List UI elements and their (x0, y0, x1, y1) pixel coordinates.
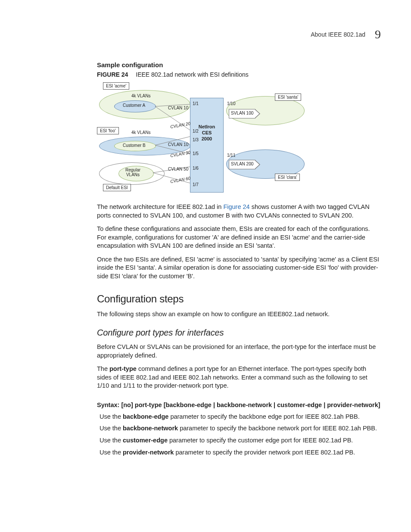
port-1-3: 1/3 (193, 137, 199, 142)
paragraph-4: The following steps show an example on h… (97, 310, 381, 319)
p6c: command defines a port type for an Ether… (97, 365, 367, 389)
port-type-keyword: port-type (109, 365, 137, 372)
figure-label: FIGURE 24 (97, 71, 128, 78)
pn-a: Use the (100, 449, 123, 456)
bn-b: backbone-network (123, 425, 178, 432)
text-cvlan10: CVLAN 10 (168, 106, 188, 110)
page: About IEEE 802.1ad 9 Sample configuratio… (0, 0, 411, 532)
paragraph-3: Once the two ESIs are defined, ESI 'acme… (97, 255, 381, 281)
be-b: backbone-edge (123, 413, 168, 420)
pn-b: provider-network (123, 449, 174, 456)
text-regular-vlans: Regular VLANs (125, 168, 140, 177)
port-1-2: 1/2 (193, 129, 199, 134)
content: Sample configuration FIGURE 24 IEEE 802.… (97, 61, 381, 457)
port-1-5: 1/5 (193, 151, 199, 156)
port-1-7: 1/7 (193, 182, 199, 187)
arrow-svlan-200: SVLAN 200 (229, 160, 255, 169)
ce-a: Use the (100, 437, 123, 444)
running-header: About IEEE 802.1ad 9 (311, 28, 381, 41)
text-cvlan10b: CVLAN 10 (168, 142, 188, 147)
paragraph-5: Before CVLAN or SVLANs can be provisione… (97, 343, 381, 360)
bn-a: Use the (100, 425, 123, 432)
paragraph-6: The port-type command defines a port typ… (97, 365, 381, 390)
sample-configuration-heading: Sample configuration (97, 61, 381, 68)
text-4k-vlans-b: 4k VLANs (131, 130, 150, 135)
be-c: parameter to specify the backbone edge p… (168, 413, 359, 420)
param-backbone-edge: Use the backbone-edge parameter to speci… (100, 413, 381, 421)
label-esi-foo: ESI 'foo' (97, 127, 119, 134)
figure-link[interactable]: Figure 24 (223, 203, 249, 210)
port-1-10: 1/10 (227, 101, 235, 106)
port-1-11: 1/11 (227, 153, 235, 158)
syntax-lead: Syntax: (97, 401, 121, 408)
syntax-line: Syntax: [no] port-type [backbone-edge | … (97, 401, 381, 408)
port-1-6: 1/6 (193, 166, 199, 171)
param-provider-network: Use the provider-network parameter to sp… (100, 448, 381, 457)
param-backbone-network: Use the backbone-network parameter to sp… (100, 424, 381, 433)
heading-configure-port-types: Configure port types for interfaces (97, 328, 381, 338)
p1a: The network architecture for IEEE 802.1a… (97, 203, 223, 210)
chapter-number: 9 (375, 28, 381, 41)
label-esi-santa: ESI 'santa' (275, 93, 301, 101)
text-customer-a: Customer A (123, 103, 145, 108)
ce-b: customer-edge (123, 437, 168, 444)
pn-c: parameter to specify the provider networ… (174, 449, 355, 456)
port-1-1: 1/1 (193, 101, 199, 106)
text-4k-vlans-a: 4k VLANs (131, 93, 150, 98)
header-title: About IEEE 802.1ad (311, 31, 365, 38)
bn-c: parameter to specify the backbone networ… (178, 425, 377, 432)
param-customer-edge: Use the customer-edge parameter to speci… (100, 436, 381, 445)
parameter-list: Use the backbone-edge parameter to speci… (97, 413, 381, 457)
heading-configuration-steps: Configuration steps (97, 293, 381, 305)
figure-caption-text: IEEE 802.1ad network with ESI definition… (136, 71, 248, 78)
ce-c: parameter to specify the customer edge p… (168, 437, 353, 444)
figure-diagram: NetIron CES 2000 ESI 'acme' ESI 'foo' (97, 81, 312, 196)
paragraph-2: To define these configurations and assoc… (97, 225, 381, 250)
text-customer-b: Customer B (123, 143, 146, 148)
syntax-body: [no] port-type [backbone-edge | backbone… (121, 401, 380, 408)
label-esi-acme: ESI 'acme' (103, 82, 129, 90)
label-default-esi: Default ESI (103, 184, 131, 191)
text-cvlan50: CVLAN 50 (168, 167, 188, 171)
label-esi-clara: ESI 'clara' (275, 174, 300, 181)
p6a: The (97, 365, 109, 372)
be-a: Use the (100, 413, 123, 420)
arrow-svlan-100: SVLAN 100 (229, 109, 255, 118)
paragraph-1: The network architecture for IEEE 802.1a… (97, 203, 381, 220)
figure-caption: FIGURE 24 IEEE 802.1ad network with ESI … (97, 71, 381, 78)
